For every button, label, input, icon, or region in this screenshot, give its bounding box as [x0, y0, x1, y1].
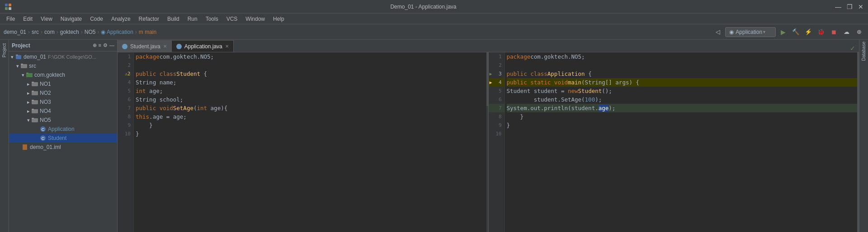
- tree-item-student[interactable]: C Student: [9, 134, 117, 143]
- svg-rect-15: [32, 100, 34, 101]
- search-everywhere-button[interactable]: ⊕: [854, 27, 864, 37]
- java-class-icon: C: [40, 126, 46, 132]
- minimize-button[interactable]: —: [835, 3, 841, 10]
- maximize-button[interactable]: ❐: [847, 3, 853, 10]
- chevron-right-icon: ▸: [27, 90, 30, 96]
- right-panel-icons: Database: [859, 40, 868, 232]
- folder-icon: [32, 90, 38, 96]
- tree-item-no5[interactable]: ▾ NO5: [9, 116, 117, 125]
- bc-goktech[interactable]: goktech: [60, 29, 79, 35]
- svg-rect-6: [21, 64, 27, 68]
- folder-open-icon: ▾: [16, 63, 19, 69]
- menu-item-view[interactable]: View: [37, 15, 56, 23]
- menu-item-file[interactable]: File: [3, 15, 19, 23]
- app-gutter: 1 2 ▶ 3 ▶ 4 5 6 7 8 9 10: [489, 52, 505, 232]
- tree-item-iml[interactable]: demo_01.iml: [9, 143, 117, 152]
- bc-com[interactable]: com: [44, 29, 55, 35]
- left-panel-icons: Project: [0, 40, 9, 232]
- breadcrumb: demo_01 › src › com › goktech › NO5 › ◉ …: [4, 29, 711, 35]
- close-button[interactable]: ✕: [858, 3, 863, 10]
- tree-label-no1: NO1: [40, 81, 51, 87]
- student-code[interactable]: package com.goktech.NO5; public class St…: [134, 52, 488, 232]
- tab-close-application[interactable]: ✕: [225, 44, 229, 49]
- tree-item-no2[interactable]: ▸ NO2: [9, 88, 117, 97]
- menu-item-navigate[interactable]: Navigate: [57, 15, 85, 23]
- tree-label-demo01: demo_01: [24, 54, 46, 60]
- project-collapse-btn[interactable]: ≡: [99, 42, 101, 48]
- tree-item-no1[interactable]: ▸ NO1: [9, 79, 117, 88]
- tree-label-iml: demo_01.iml: [30, 144, 61, 150]
- config-selector[interactable]: ◉ Application ▼: [725, 27, 776, 37]
- package-icon: [26, 72, 33, 78]
- line-8: 8: [118, 112, 133, 121]
- nav-back-btn[interactable]: ◁: [712, 27, 723, 37]
- app-line-6: 6: [489, 95, 505, 104]
- tab-close-student[interactable]: ✕: [163, 44, 167, 49]
- code-line-2: [136, 61, 486, 70]
- menu-item-code[interactable]: Code: [86, 15, 107, 23]
- tree-item-no4[interactable]: ▸ NO4: [9, 107, 117, 116]
- window-controls[interactable]: — ❐ ✕: [835, 3, 863, 10]
- project-scope-btn[interactable]: ⊕: [93, 42, 97, 48]
- coverage-button[interactable]: ⚡: [803, 27, 814, 37]
- src-folder-icon: [21, 63, 27, 69]
- tab-student-java[interactable]: Student.java ✕: [118, 40, 172, 52]
- tab-application-java[interactable]: Application.java ✕: [172, 40, 234, 52]
- tree-label-path: F:\GOK College\GO...: [48, 54, 96, 60]
- student-gutter: 1 2 3 ⚠2 4 5 6 7 8 9 10: [118, 52, 134, 232]
- debug-button[interactable]: 🐞: [816, 27, 826, 37]
- tab-bar: Student.java ✕ Application.java ✕ ✓: [118, 40, 859, 52]
- folder-icon: [32, 117, 38, 123]
- tree-label-student: Student: [48, 135, 66, 141]
- database-icon[interactable]: Database: [861, 42, 866, 61]
- menu-item-build[interactable]: Build: [164, 15, 183, 23]
- menu-item-refactor[interactable]: Refactor: [135, 15, 163, 23]
- project-hide-btn[interactable]: —: [109, 42, 114, 48]
- tab-label-application: Application.java: [184, 43, 222, 50]
- build-button[interactable]: 🔨: [790, 27, 801, 37]
- line-4: 4: [118, 78, 133, 87]
- tree-item-application[interactable]: C Application: [9, 125, 117, 134]
- app-code[interactable]: package com.goktech.NO5; public class Ap…: [505, 52, 859, 232]
- tree-label-no2: NO2: [40, 90, 51, 96]
- menu-item-edit[interactable]: Edit: [19, 15, 36, 23]
- app-scroll-thumb: [857, 52, 859, 232]
- svg-rect-17: [32, 109, 34, 110]
- menu-item-run[interactable]: Run: [184, 15, 201, 23]
- svg-rect-12: [32, 91, 38, 95]
- tree-item-demo01[interactable]: ▾ demo_01 F:\GOK College\GO...: [9, 52, 117, 61]
- svg-rect-3: [9, 7, 11, 10]
- no-errors-icon: ✓: [850, 45, 855, 52]
- menu-item-vcs[interactable]: VCS: [223, 15, 241, 23]
- editor-area: Student.java ✕ Application.java ✕ ✓ 1 2 …: [118, 40, 859, 232]
- bc-demo01[interactable]: demo_01: [4, 29, 26, 35]
- tree-item-com-goktech[interactable]: ▾ com.goktech: [9, 70, 117, 79]
- bc-application[interactable]: ◉ Application: [101, 29, 133, 35]
- line-3: 3 ⚠2: [118, 70, 133, 78]
- folder-icon: [32, 81, 38, 87]
- bc-main[interactable]: m main: [139, 29, 156, 35]
- menu-item-window[interactable]: Window: [242, 15, 269, 23]
- tree-item-no3[interactable]: ▸ NO3: [9, 97, 117, 107]
- line-7: 7: [118, 104, 133, 112]
- project-settings-btn[interactable]: ⚙: [103, 42, 108, 48]
- menu-item-analyze[interactable]: Analyze: [108, 15, 134, 23]
- menu-item-help[interactable]: Help: [269, 15, 288, 23]
- tree-item-src[interactable]: ▾ src: [9, 61, 117, 70]
- run-button[interactable]: ▶: [778, 27, 788, 37]
- menu-item-tools[interactable]: Tools: [202, 15, 222, 23]
- deploy-button[interactable]: ☁: [841, 27, 852, 37]
- bc-no5[interactable]: NO5: [85, 29, 96, 35]
- svg-rect-5: [16, 55, 18, 56]
- project-panel-icon[interactable]: Project: [1, 42, 8, 59]
- svg-text:C: C: [42, 127, 45, 132]
- line-5: 5: [118, 87, 133, 95]
- tree-label-no5: NO5: [40, 117, 51, 123]
- app-code-line-4: public static void main(String[] args) {: [507, 78, 858, 87]
- app-line-3: ▶ 3: [489, 70, 505, 78]
- app-line-10: 10: [489, 130, 505, 138]
- stop-button[interactable]: ◼: [828, 27, 839, 37]
- tree-label-application: Application: [48, 126, 75, 132]
- bc-src[interactable]: src: [32, 29, 39, 35]
- app-line-5: 5: [489, 87, 505, 95]
